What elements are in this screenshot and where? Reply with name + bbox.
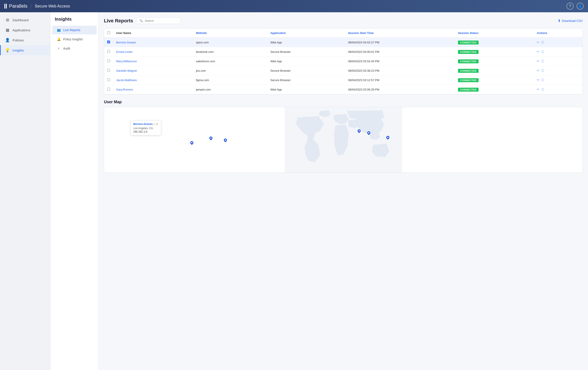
row-application: Secure Browser (267, 66, 345, 75)
user-button[interactable]: 👤 (577, 3, 584, 10)
col-application[interactable]: Application (267, 29, 345, 38)
row-application: Web App (267, 85, 345, 94)
cast-icon[interactable]: ⬡ (541, 78, 544, 82)
world-map-svg (104, 107, 583, 173)
row-website: jira.com (193, 66, 267, 75)
cast-icon[interactable]: ⬡ (541, 59, 544, 63)
username-link[interactable]: Ernest.Lewis (116, 50, 132, 53)
status-badge: CONNECTED (458, 69, 479, 73)
username-link[interactable]: Mary.Williamson (116, 60, 137, 63)
row-actions: ✂ ⬡ (534, 57, 583, 66)
username-link[interactable]: Jacob.Matthews (116, 79, 137, 82)
col-session-start[interactable]: Session Start Time (345, 29, 455, 38)
disconnect-icon[interactable]: ✂ (537, 87, 540, 92)
user-map: Bernice.Graves ⚠ ✕ Los Angeles, CA. 192.… (104, 107, 583, 173)
tooltip-location: Los Angeles, CA. (133, 127, 158, 130)
download-icon: ⬇ (558, 19, 561, 23)
row-actions: ✂ ⬡ (534, 85, 583, 94)
sidebar-item-policies[interactable]: 👤 Policies (0, 35, 50, 45)
tooltip-username[interactable]: Bernice.Graves (133, 123, 153, 126)
row-website: facebook.com (193, 47, 267, 57)
disconnect-icon[interactable]: ✂ (537, 50, 540, 54)
cast-icon[interactable]: ⬡ (541, 50, 544, 54)
sidebar-label-dashboard: Dashboard (12, 18, 29, 22)
row-application: Secure Browser (267, 75, 345, 85)
col-username: User Name (113, 29, 193, 38)
username-link[interactable]: Bernice.Graves (116, 41, 136, 44)
username-link[interactable]: Gary.Romero (116, 88, 133, 91)
row-checkbox[interactable] (107, 78, 110, 81)
search-box[interactable]: 🔍 (136, 18, 180, 24)
cast-icon[interactable]: ⬡ (541, 69, 544, 72)
row-application: Web App (267, 57, 345, 66)
sub-sidebar-item-policy-insights[interactable]: 🔔 Policy Insights (52, 35, 97, 44)
applications-icon: ▦ (5, 28, 10, 32)
topbar-actions: ? 👤 (567, 3, 584, 10)
sub-sidebar-label-live-reports: Live Reports (63, 28, 81, 32)
table-row: Jacob.Matthews figma.com Secure Browser … (104, 75, 583, 85)
row-username: Jacob.Matthews (113, 75, 193, 85)
sidebar-item-dashboard[interactable]: ⊞ Dashboard (0, 15, 50, 25)
tooltip-header: Bernice.Graves ⚠ ✕ (133, 122, 158, 126)
app-title: Secure Web Access (31, 4, 70, 9)
sub-sidebar-item-live-reports[interactable]: 👥 Live Reports (52, 26, 97, 34)
disconnect-icon[interactable]: ✂ (537, 40, 540, 44)
policies-icon: 👤 (5, 38, 10, 42)
row-checkbox[interactable] (107, 50, 110, 53)
page-title: Live Reports (104, 18, 133, 24)
row-session-start: 08/04/2023 04:00:01 PM (345, 47, 455, 57)
tooltip-ip: 192.161.1.0 (133, 130, 158, 133)
row-actions: ✂ ⬡ (534, 38, 583, 47)
row-checkbox-cell (104, 85, 113, 94)
row-website: penpot.com (193, 85, 267, 94)
col-session-status[interactable]: Session Status (455, 29, 534, 38)
action-icons: ✂ ⬡ (537, 87, 579, 92)
status-badge: CONNECTED (458, 88, 479, 92)
select-all-header (104, 29, 113, 38)
topbar: Parallels Secure Web Access ? 👤 (0, 0, 588, 12)
col-actions: Actions (534, 29, 583, 38)
table-row: Gary.Romero penpot.com Web App 08/04/202… (104, 85, 583, 94)
row-checkbox[interactable] (107, 88, 110, 91)
row-application: Secure Browser (267, 47, 345, 57)
row-checkbox-cell (104, 57, 113, 66)
row-checkbox[interactable] (107, 59, 110, 62)
cast-icon[interactable]: ⬡ (541, 87, 544, 92)
search-input[interactable] (145, 19, 175, 22)
select-all-checkbox[interactable] (107, 31, 110, 34)
row-session-status: CONNECTED (455, 85, 534, 94)
disconnect-icon[interactable]: ✂ (537, 78, 540, 82)
tooltip-warning-icon: ⚠ (153, 122, 156, 126)
row-actions: ✂ ⬡ (534, 47, 583, 57)
sub-sidebar-item-audit[interactable]: ✓ Audit (52, 44, 97, 53)
sidebar-item-applications[interactable]: ▦ Applications (0, 25, 50, 35)
parallels-icon (4, 4, 7, 9)
help-button[interactable]: ? (567, 3, 574, 10)
row-session-start: 08/04/2023 03:52:44 PM (345, 57, 455, 66)
table-row: Ernest.Lewis facebook.com Secure Browser… (104, 47, 583, 57)
action-icons: ✂ ⬡ (537, 59, 579, 63)
sidebar-item-insights[interactable]: 💡 Insights (0, 45, 50, 55)
row-session-start: 08/04/2023 04:02:27 PM (345, 38, 455, 47)
tooltip-close-button[interactable]: ✕ (156, 122, 158, 126)
row-session-start: 08/04/2023 03:38:23 PM (345, 66, 455, 75)
map-tooltip: Bernice.Graves ⚠ ✕ Los Angeles, CA. 192.… (130, 120, 161, 135)
row-checkbox[interactable] (107, 69, 110, 72)
status-badge: CONNECTED (458, 78, 479, 82)
row-session-status: CONNECTED (455, 38, 534, 47)
action-icons: ✂ ⬡ (537, 69, 579, 72)
row-checkbox[interactable] (107, 41, 110, 43)
disconnect-icon[interactable]: ✂ (537, 69, 540, 72)
disconnect-icon[interactable]: ✂ (537, 59, 540, 63)
row-session-start: 08/04/2023 03:06:29 PM (345, 85, 455, 94)
action-icons: ✂ ⬡ (537, 50, 579, 54)
col-website[interactable]: Website (193, 29, 267, 38)
download-csv-button[interactable]: ⬇ Download CSV (558, 19, 583, 23)
username-link[interactable]: Danielle.Wagner (116, 69, 137, 72)
row-website: spice.com (193, 38, 267, 47)
row-actions: ✂ ⬡ (534, 66, 583, 75)
sub-sidebar-label-policy-insights: Policy Insights (63, 38, 83, 41)
table-row: Mary.Williamson salesforce.com Web App 0… (104, 57, 583, 66)
content-area: Live Reports 🔍 ⬇ Download CSV User Name (99, 12, 588, 370)
cast-icon[interactable]: ⬡ (541, 40, 544, 44)
